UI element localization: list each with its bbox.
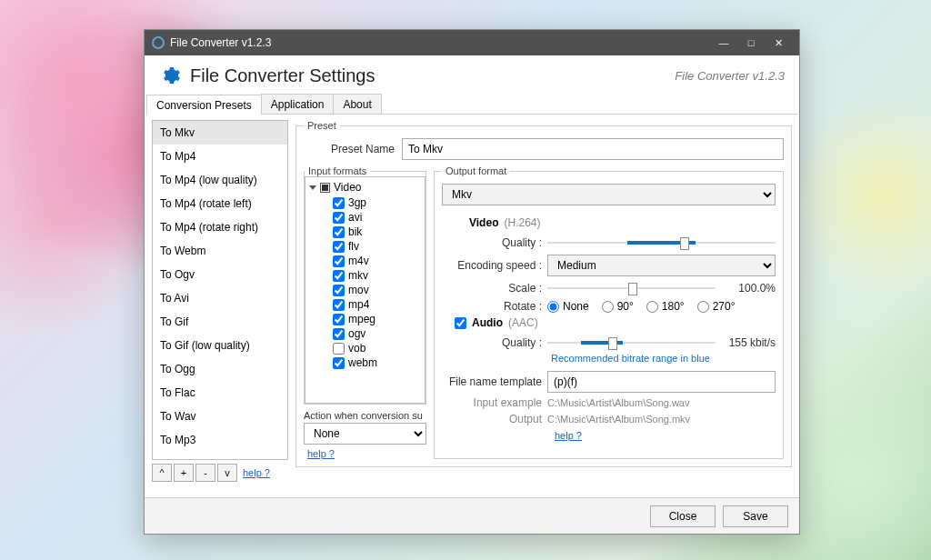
move-down-button[interactable]: v [217, 464, 237, 482]
list-item[interactable]: To Flac [153, 381, 287, 405]
save-button[interactable]: Save [723, 505, 788, 527]
format-checkbox[interactable] [333, 357, 345, 369]
list-item[interactable]: To Aac [153, 452, 287, 460]
format-checkbox[interactable] [333, 255, 345, 267]
maximize-button[interactable]: □ [737, 37, 765, 48]
audio-section-header: Audio [472, 316, 503, 329]
rotate-270[interactable]: 270° [697, 300, 736, 313]
remove-preset-button[interactable]: - [195, 464, 215, 482]
output-example-value: C:\Music\Artist\Album\Song.mkv [547, 414, 690, 425]
list-item[interactable]: To Mp4 (rotate right) [153, 215, 287, 239]
header: File Converter Settings File Converter v… [145, 55, 799, 94]
tab-conversion-presets[interactable]: Conversion Presets [146, 95, 262, 115]
format-item[interactable]: mp4 [333, 297, 421, 312]
app-icon [152, 36, 165, 49]
action-select[interactable]: None [304, 423, 426, 445]
format-item[interactable]: webm [333, 355, 421, 370]
format-item[interactable]: mkv [333, 268, 421, 283]
rotate-180[interactable]: 180° [646, 300, 685, 313]
tabs: Conversion Presets Application About [146, 94, 797, 115]
format-item[interactable]: flv [333, 239, 421, 254]
list-item[interactable]: To Mp4 [153, 145, 287, 168]
filename-template-input[interactable] [547, 371, 776, 393]
format-item[interactable]: bik [333, 225, 421, 239]
format-checkbox[interactable] [333, 270, 345, 282]
audio-codec-label: (AAC) [508, 316, 538, 329]
app-window: File Converter v1.2.3 — □ ✕ File Convert… [144, 29, 800, 535]
preset-help-link[interactable]: help ? [243, 467, 270, 478]
rotate-radios: None 90° 180° 270° [547, 300, 736, 313]
preset-legend: Preset [304, 120, 340, 131]
filename-template-label: File name template [442, 375, 542, 388]
rotate-none[interactable]: None [547, 300, 589, 313]
format-item[interactable]: m4v [333, 254, 421, 268]
list-item[interactable]: To Mkv [153, 121, 287, 145]
list-item[interactable]: To Avi [153, 286, 287, 310]
encoding-speed-label: Encoding speed : [442, 259, 542, 272]
list-item[interactable]: To Ogg [153, 357, 287, 381]
format-checkbox[interactable] [333, 285, 345, 296]
filename-help-link[interactable]: help ? [555, 430, 582, 441]
format-checkbox[interactable] [333, 328, 345, 340]
list-item[interactable]: To Webm [153, 239, 287, 263]
scale-label: Scale : [442, 282, 542, 295]
audio-enabled-checkbox[interactable] [455, 317, 466, 329]
audio-quality-label: Quality : [442, 336, 542, 349]
preset-fieldset: Preset Preset Name Input formats [295, 120, 792, 467]
video-quality-slider[interactable] [547, 235, 776, 251]
format-item[interactable]: 3gp [333, 195, 421, 210]
format-item[interactable]: mpeg [333, 312, 421, 326]
format-item[interactable]: mov [333, 283, 421, 297]
format-checkbox[interactable] [333, 314, 345, 325]
version-label: File Converter v1.2.3 [675, 69, 785, 83]
list-item[interactable]: To Gif [153, 310, 287, 334]
bitrate-recommendation: Recommended bitrate range in blue [551, 353, 776, 364]
format-checkbox[interactable] [333, 343, 345, 355]
video-group-checkbox[interactable] [320, 183, 330, 193]
video-codec-label: (H.264) [504, 216, 540, 229]
tab-application[interactable]: Application [261, 94, 335, 114]
audio-quality-slider[interactable] [547, 335, 716, 351]
move-up-button[interactable]: ^ [152, 464, 172, 482]
format-checkbox[interactable] [333, 197, 345, 209]
expand-icon[interactable] [309, 185, 316, 190]
window-title: File Converter v1.2.3 [170, 36, 271, 49]
preset-list[interactable]: To MkvTo Mp4To Mp4 (low quality)To Mp4 (… [152, 120, 288, 460]
close-window-button[interactable]: ✕ [765, 37, 792, 49]
encoding-speed-select[interactable]: Medium [547, 255, 776, 276]
format-checkbox[interactable] [333, 241, 345, 253]
format-item[interactable]: avi [333, 210, 421, 225]
video-quality-label: Quality : [442, 236, 542, 249]
output-format-select[interactable]: Mkv [442, 184, 776, 205]
format-item[interactable]: vob [333, 341, 421, 355]
minimize-button[interactable]: — [710, 37, 737, 48]
action-help-link[interactable]: help ? [307, 448, 426, 459]
action-label: Action when conversion su [304, 410, 426, 421]
add-preset-button[interactable]: + [174, 464, 194, 482]
output-format-legend: Output format [442, 165, 510, 176]
scale-value: 100.0% [721, 282, 776, 295]
input-formats-list[interactable]: Video 3gpavibikflvm4vmkvmovmp4mpegogvvob… [305, 176, 425, 404]
list-item[interactable]: To Wav [153, 405, 287, 428]
tab-about[interactable]: About [333, 94, 381, 114]
titlebar: File Converter v1.2.3 — □ ✕ [145, 30, 799, 55]
input-formats-legend: Input formats [305, 165, 370, 176]
list-item[interactable]: To Mp4 (rotate left) [153, 192, 287, 215]
format-checkbox[interactable] [333, 212, 345, 224]
list-item[interactable]: To Gif (low quality) [153, 334, 287, 357]
preset-name-input[interactable] [402, 138, 784, 160]
input-example-value: C:\Music\Artist\Album\Song.wav [547, 397, 690, 408]
output-example-label: Output [442, 413, 542, 425]
video-group-node[interactable]: Video [309, 181, 421, 194]
list-item[interactable]: To Mp3 [153, 428, 287, 452]
format-checkbox[interactable] [333, 299, 345, 311]
rotate-90[interactable]: 90° [602, 300, 634, 313]
scale-slider[interactable] [547, 280, 716, 296]
audio-quality-value: 155 kbit/s [721, 336, 776, 349]
format-checkbox[interactable] [333, 226, 345, 238]
close-button[interactable]: Close [650, 505, 716, 527]
list-item[interactable]: To Mp4 (low quality) [153, 168, 287, 192]
list-item[interactable]: To Ogv [153, 263, 287, 286]
rotate-label: Rotate : [442, 300, 542, 313]
format-item[interactable]: ogv [333, 326, 421, 341]
